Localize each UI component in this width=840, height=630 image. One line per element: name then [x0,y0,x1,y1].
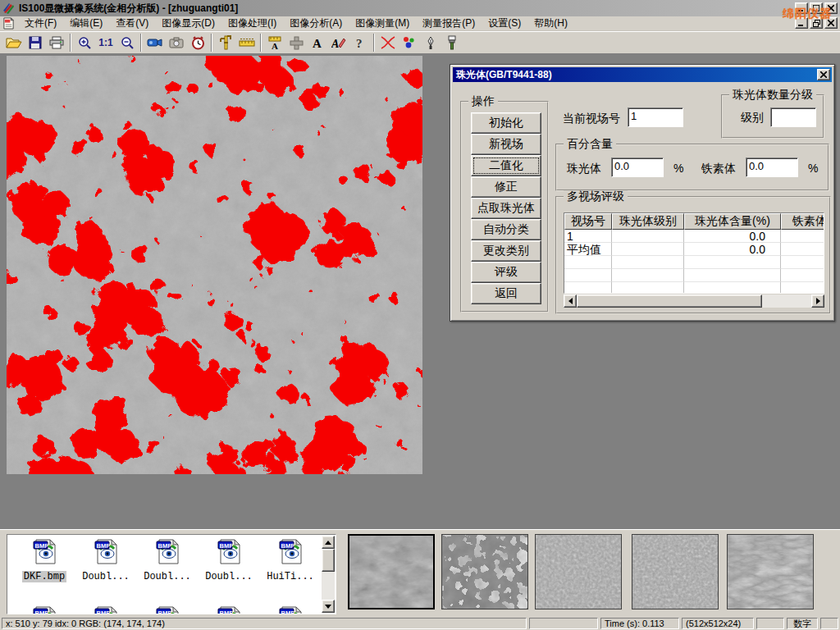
dialog-close-button[interactable] [817,69,830,80]
file-item[interactable]: BMP [14,605,75,614]
scroll-right-button[interactable] [811,294,824,308]
curve-tool-button[interactable] [377,33,399,52]
status-empty-2 [756,618,784,629]
table-hscrollbar[interactable] [564,294,824,308]
operation-group-label: 操作 [468,95,498,107]
grading-group-label: 珠光体数量分级 [729,89,816,100]
hscroll-thumb[interactable] [577,294,762,308]
print-icon [49,36,64,49]
cell-field-no: 平均值 [564,243,612,256]
file-item[interactable]: BMP DKF.bmp [14,538,75,582]
zoom-in-button[interactable] [74,33,95,52]
help-button[interactable]: ? [349,33,371,52]
svg-text:A: A [272,41,278,50]
menu-image-measure[interactable]: 图像测量(M) [349,16,416,31]
file-item[interactable]: BMP Doubl... [137,538,198,582]
dialog-title-bar[interactable]: 珠光体(GB/T9441-88) [453,67,832,82]
menu-bar: 文件(F) 编辑(E) 查看(V) 图像显示(D) 图像处理(I) 图像分析(A… [0,16,840,31]
menu-image-analysis[interactable]: 图像分析(A) [283,16,349,31]
pearlite-percent-input[interactable]: 0.0 [611,158,664,177]
thumbnail-4[interactable] [632,534,719,609]
file-item[interactable]: BMP HuiTi... [260,538,321,582]
file-item[interactable]: BMP [199,605,259,614]
svg-text:BMP: BMP [35,609,49,615]
title-bar: IS100显微摄像系统(金相分析版) - [zhuguangti01] [0,0,840,16]
svg-text:BMP: BMP [281,609,295,615]
edit-text-icon: A [331,36,346,49]
file-name: Doubl... [203,571,254,582]
file-vscrollbar[interactable] [322,536,335,613]
thumbnail-2[interactable] [441,534,528,609]
menu-settings[interactable]: 设置(S) [482,16,527,31]
rating-table: 视场号 珠光体级别 珠光体含量(%) 铁素体含量(%) 1 0.0 平均值 [564,212,824,294]
scroll-left-button[interactable] [564,294,577,308]
table-row[interactable]: 平均值 0.0 [564,243,824,256]
menu-view[interactable]: 查看(V) [109,16,155,31]
video-capture-button[interactable] [144,33,166,52]
pen-icon [426,36,436,50]
print-button[interactable] [46,33,67,52]
brush-tool-button[interactable] [441,33,463,52]
file-item[interactable]: BMP [75,605,136,614]
scroll-up-button[interactable] [322,536,335,549]
file-item[interactable]: BMP [137,605,198,614]
timer-button[interactable] [187,33,208,52]
micrograph-image[interactable] [7,56,422,474]
vscroll-thumb[interactable] [322,549,335,572]
open-button[interactable] [3,33,25,52]
window-title: IS100显微摄像系统(金相分析版) - [zhuguangti01] [19,2,238,16]
multi-field-group: 多视场评级 视场号 珠光体级别 珠光体含量(%) 铁素体含量(%) 1 0.0 [555,196,831,314]
pen-tool-button[interactable] [420,33,441,52]
binarize-button[interactable]: 二值化 [471,155,541,176]
particle-analysis-button[interactable] [399,33,420,52]
menu-help[interactable]: 帮助(H) [527,16,574,31]
return-button[interactable]: 返回 [471,283,541,304]
bmp-file-icon: BMP [277,538,304,564]
zoom-in-icon [78,36,92,50]
text-annotation-button[interactable]: A [307,33,328,52]
menu-image-processing[interactable]: 图像处理(I) [221,16,283,31]
auto-classify-button[interactable]: 自动分类 [471,219,541,240]
rate-button[interactable]: 评级 [471,262,541,283]
save-button[interactable] [25,33,46,52]
thumbnail-3[interactable] [535,534,622,609]
measure-text-button[interactable]: A [264,33,285,52]
caliper-button[interactable] [215,33,236,52]
initialize-button[interactable]: 初始化 [471,112,541,134]
right-arrow-icon [816,298,820,304]
file-item[interactable]: BMP Doubl... [199,538,259,582]
table-row[interactable]: 1 0.0 [564,230,824,243]
grid-merge-button[interactable] [285,33,307,52]
menu-edit[interactable]: 编辑(E) [63,16,109,31]
toolbar-separator [211,34,212,52]
menu-measure-report[interactable]: 测量报告(P) [416,16,482,31]
pearlite-percent-sign: % [673,162,683,175]
menu-image-display[interactable]: 图像显示(D) [155,16,221,31]
file-item[interactable]: BMP Doubl... [75,538,136,582]
up-arrow-icon [325,541,331,545]
thumbnail-1[interactable] [348,534,435,609]
bottom-panel: BMP DKF.bmp BMP Doubl... BMP Doubl... BM… [0,529,840,617]
col-pearlite-grade: 珠光体级别 [612,213,684,230]
pick-pearlite-button[interactable]: 点取珠光体 [471,198,541,219]
zoom-out-icon [121,36,135,50]
zoom-out-button[interactable] [116,33,138,52]
save-icon [29,36,42,49]
ferrite-percent-input[interactable]: 0.0 [746,158,798,177]
menu-file[interactable]: 文件(F) [18,16,63,31]
ruler-button[interactable] [236,33,258,52]
actual-size-button[interactable]: 1:1 [95,33,116,52]
correct-button[interactable]: 修正 [471,176,541,198]
current-field-input[interactable]: 1 [628,107,683,127]
change-class-button[interactable]: 更改类别 [471,240,541,262]
new-field-button[interactable]: 新视场 [471,134,541,155]
pearlite-dialog: 珠光体(GB/T9441-88) 操作 初始化 新视场 二值化 修正 点取珠光体… [450,64,835,322]
photo-capture-button[interactable] [166,33,187,52]
file-item[interactable]: BMP [260,605,321,614]
level-input[interactable] [770,107,816,127]
cell-grade [612,243,684,256]
thumbnail-5[interactable] [727,534,814,609]
edit-annotation-button[interactable]: A [328,33,349,52]
status-bar: x: 510 y: 79 idx: 0 RGB: (174, 174, 174)… [0,617,840,630]
scroll-down-button[interactable] [322,600,335,613]
